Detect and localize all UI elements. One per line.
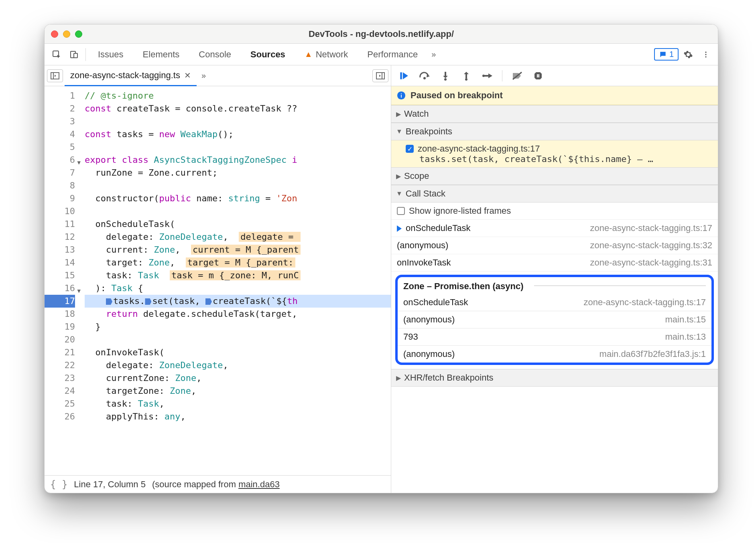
info-icon — [397, 91, 406, 100]
devtools-window: DevTools - ng-devtools.netlify.app/ Issu… — [44, 24, 718, 493]
section-callstack[interactable]: ▼ Call Stack — [391, 185, 718, 203]
svg-point-15 — [423, 77, 426, 79]
window-title: DevTools - ng-devtools.netlify.app/ — [45, 29, 718, 39]
resume-icon[interactable] — [397, 69, 411, 83]
editor-statusbar: { } Line 17, Column 5 (source mapped fro… — [45, 475, 391, 493]
main-tab-bar: Issues Elements Console Sources ▲ Networ… — [45, 44, 718, 65]
line-gutter: 123456▼78910111213141516▼171819202122232… — [45, 86, 79, 475]
checkbox-empty[interactable] — [397, 207, 405, 215]
section-xhr-breakpoints[interactable]: ▶ XHR/fetch Breakpoints — [391, 369, 718, 387]
minimize-window-button[interactable] — [63, 30, 70, 38]
pause-on-exceptions-icon[interactable] — [531, 69, 545, 83]
navigator-toggle-icon[interactable] — [47, 69, 63, 82]
svg-marker-13 — [403, 72, 408, 79]
settings-icon[interactable] — [680, 47, 696, 63]
breakpoint-location: zone-async-stack-tagging.ts:17 — [418, 144, 540, 154]
svg-rect-12 — [400, 72, 402, 79]
issues-badge-button[interactable]: 1 — [654, 48, 679, 61]
svg-point-21 — [465, 78, 467, 81]
breakpoint-checkbox[interactable]: ✓ — [406, 145, 414, 153]
file-tab-active[interactable]: zone-async-stack-tagging.ts ✕ — [65, 65, 197, 86]
tab-issues[interactable]: Issues — [89, 44, 132, 65]
breakpoints-list: ✓ zone-async-stack-tagging.ts:17 tasks.s… — [391, 140, 718, 167]
svg-marker-19 — [464, 72, 469, 74]
pretty-print-icon[interactable]: { } — [50, 479, 67, 490]
debugger-toolbar — [391, 65, 718, 86]
svg-point-3 — [705, 51, 706, 53]
more-file-tabs-icon[interactable]: » — [198, 71, 209, 80]
async-stack-title: Zone – Promise.then (async) — [398, 277, 711, 294]
svg-point-5 — [705, 56, 706, 57]
callstack-frame[interactable]: 793main.ts:13 — [398, 328, 711, 346]
section-breakpoints[interactable]: ▼ Breakpoints — [391, 123, 718, 140]
svg-marker-17 — [443, 76, 448, 78]
kebab-menu-icon[interactable] — [698, 47, 714, 63]
callstack-frame[interactable]: onInvokeTaskzone-async-stack-tagging.ts:… — [391, 254, 718, 272]
close-window-button[interactable] — [51, 30, 58, 38]
issues-count: 1 — [669, 50, 674, 59]
callstack-frame[interactable]: onScheduleTaskzone-async-stack-tagging.t… — [398, 294, 711, 311]
chevron-right-icon: ▶ — [396, 110, 401, 118]
callstack-frame[interactable]: onScheduleTaskzone-async-stack-tagging.t… — [391, 220, 718, 237]
source-map-info: (source mapped from main.da63 — [152, 479, 280, 490]
callstack-frame[interactable]: (anonymous)main.da63f7b2fe3f1fa3.js:1 — [398, 346, 711, 363]
step-over-icon[interactable] — [418, 69, 431, 83]
device-toolbar-icon[interactable] — [66, 47, 82, 63]
divider — [502, 70, 502, 81]
svg-rect-20 — [465, 74, 467, 78]
code-content: // @ts-ignoreconst createTask = console.… — [79, 86, 391, 475]
async-stack-list: onScheduleTaskzone-async-stack-tagging.t… — [398, 294, 711, 363]
divider — [85, 48, 86, 61]
svg-rect-27 — [539, 74, 540, 77]
svg-rect-29 — [401, 95, 402, 97]
show-ignore-listed[interactable]: Show ignore-listed frames — [391, 203, 718, 220]
tab-elements[interactable]: Elements — [134, 44, 189, 65]
async-stack-box: Zone – Promise.then (async) onScheduleTa… — [395, 275, 714, 365]
window-controls — [51, 30, 82, 38]
section-watch[interactable]: ▶ Watch — [391, 105, 718, 123]
code-editor[interactable]: 123456▼78910111213141516▼171819202122232… — [45, 86, 391, 475]
chevron-down-icon: ▼ — [396, 190, 402, 197]
debugger-toggle-icon[interactable] — [372, 69, 388, 82]
callstack-list: onScheduleTaskzone-async-stack-tagging.t… — [391, 220, 718, 272]
tab-network[interactable]: ▲ Network — [296, 44, 357, 65]
tab-network-label: Network — [316, 49, 348, 60]
tab-performance[interactable]: Performance — [358, 44, 427, 65]
file-tab-bar: zone-async-stack-tagging.ts ✕ » — [45, 65, 391, 86]
svg-rect-16 — [445, 72, 446, 76]
step-icon[interactable] — [480, 69, 494, 83]
source-map-link[interactable]: main.da63 — [238, 479, 280, 489]
titlebar: DevTools - ng-devtools.netlify.app/ — [45, 24, 718, 44]
callstack-frame[interactable]: (anonymous)main.ts:15 — [398, 311, 711, 328]
pause-banner: Paused on breakpoint — [391, 86, 718, 105]
maximize-window-button[interactable] — [75, 30, 82, 38]
chevron-right-icon: ▶ — [396, 172, 401, 180]
svg-marker-11 — [379, 75, 381, 77]
svg-rect-30 — [401, 93, 402, 94]
breakpoint-item[interactable]: ✓ zone-async-stack-tagging.ts:17 tasks.s… — [391, 140, 718, 167]
callstack-frame[interactable]: (anonymous)zone-async-stack-tagging.ts:3… — [391, 237, 718, 254]
inspect-element-icon[interactable] — [49, 47, 65, 63]
pause-banner-label: Paused on breakpoint — [411, 90, 503, 101]
section-scope[interactable]: ▶ Scope — [391, 167, 718, 185]
svg-rect-2 — [74, 53, 77, 58]
editor-pane: zone-async-stack-tagging.ts ✕ » 123456▼7… — [45, 65, 391, 493]
tab-console[interactable]: Console — [190, 44, 240, 65]
breakpoint-snippet: tasks.set(task, createTask(`${this.name}… — [406, 154, 713, 164]
close-icon[interactable]: ✕ — [184, 71, 191, 80]
svg-point-24 — [482, 75, 485, 77]
svg-marker-8 — [55, 75, 56, 77]
svg-rect-26 — [537, 74, 538, 77]
deactivate-breakpoints-icon[interactable] — [510, 69, 524, 83]
main-split: zone-async-stack-tagging.ts ✕ » 123456▼7… — [45, 65, 718, 493]
cursor-position: Line 17, Column 5 — [74, 479, 146, 490]
step-into-icon[interactable] — [439, 69, 452, 83]
file-tab-name: zone-async-stack-tagging.ts — [70, 70, 180, 81]
chevron-down-icon: ▼ — [396, 128, 402, 135]
svg-point-18 — [444, 78, 447, 81]
step-out-icon[interactable] — [459, 69, 473, 83]
more-tabs-chevron-icon[interactable]: » — [428, 50, 439, 59]
tab-sources[interactable]: Sources — [242, 44, 294, 65]
svg-marker-23 — [488, 73, 492, 78]
chat-icon — [659, 51, 667, 59]
